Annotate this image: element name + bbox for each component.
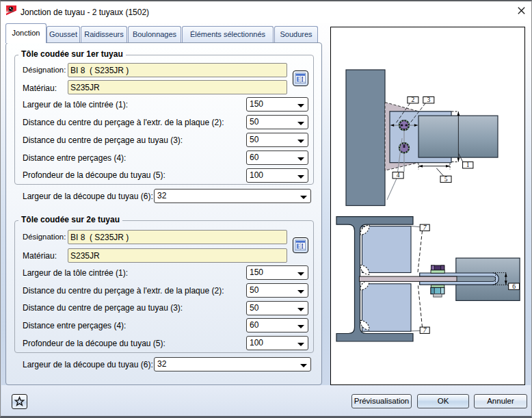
svg-text:5: 5 (444, 176, 448, 183)
svg-text:3: 3 (427, 96, 430, 103)
svg-text:4: 4 (397, 172, 400, 179)
svg-text:1: 1 (466, 161, 470, 168)
svg-text:2: 2 (412, 96, 415, 103)
svg-text:6: 6 (512, 283, 516, 290)
